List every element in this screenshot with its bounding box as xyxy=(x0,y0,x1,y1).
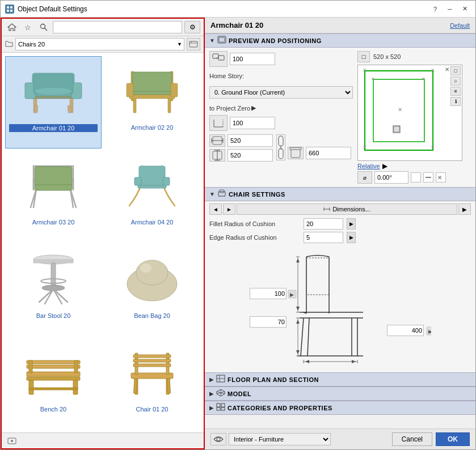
grid-item-beanbag[interactable]: Bean Bag 20 xyxy=(104,244,200,336)
default-button[interactable]: Default xyxy=(450,22,470,29)
angle-tool[interactable]: ⌀ xyxy=(357,171,372,184)
grid-item-label-bench: Bench 20 xyxy=(40,406,66,413)
category-bottom-select[interactable]: Interior - Furniture xyxy=(229,433,331,445)
svg-rect-59 xyxy=(27,372,80,376)
window-title: Object Default Settings xyxy=(18,5,87,13)
chair-expand[interactable]: ▶ xyxy=(458,203,471,215)
minimize-button[interactable]: ─ xyxy=(444,3,456,15)
check-box-1[interactable] xyxy=(411,172,421,182)
svg-rect-128 xyxy=(306,258,329,295)
svg-rect-110 xyxy=(394,126,399,132)
window-icon xyxy=(5,5,14,14)
svg-rect-70 xyxy=(133,377,137,393)
star-button[interactable]: ☆ xyxy=(21,21,35,33)
eye-button[interactable] xyxy=(210,433,226,445)
grid-item-armchair01[interactable]: Armchair 01 20 xyxy=(5,56,102,148)
svg-point-163 xyxy=(217,438,220,441)
svg-text:✕: ✕ xyxy=(437,175,442,181)
preview-value2-input[interactable] xyxy=(230,117,275,129)
preview-icon1 xyxy=(209,51,228,67)
grid-item-barstool[interactable]: Bar Stool 20 xyxy=(5,244,102,336)
to-project-btn[interactable]: to Project Zero ▶ xyxy=(209,104,353,112)
grid-item-chair01[interactable]: Chair 01 20 xyxy=(104,338,200,429)
to-project-label: to Project Zero xyxy=(209,105,250,112)
category-select[interactable]: Chairs 20 xyxy=(15,38,184,50)
grid-item-armchair04[interactable]: Armchair 04 20 xyxy=(104,151,200,242)
section-categories-header[interactable]: ▶ CATEGORIES AND PROPERTIES xyxy=(205,401,475,415)
fillet-arrow[interactable]: ▶ xyxy=(347,218,356,230)
add-button[interactable] xyxy=(5,435,19,447)
svg-marker-149 xyxy=(296,350,300,354)
preview-tool-3[interactable]: ≡ xyxy=(450,87,461,96)
chair-diagram: ▶ ▶ xyxy=(209,245,471,370)
svg-rect-60 xyxy=(27,377,80,380)
dimensions-button[interactable]: Dimensions... xyxy=(237,203,457,215)
svg-line-117 xyxy=(219,196,220,197)
section-floor-plan-header[interactable]: ▶ FLOOR PLAN AND SECTION xyxy=(205,372,475,387)
grid-item-armchair02[interactable]: Armchair 02 20 xyxy=(104,56,200,148)
svg-rect-48 xyxy=(33,260,73,263)
grid-item-label-chair01: Chair 01 20 xyxy=(136,406,169,413)
chair-nav-next[interactable]: ► xyxy=(223,203,235,215)
fillet-input[interactable] xyxy=(304,218,343,230)
section-preview-header[interactable]: ▼ PREVIEW AND POSITIONING xyxy=(205,33,475,48)
section-preview-arrow: ▼ xyxy=(209,37,215,44)
check-box-3[interactable]: ✕ xyxy=(436,172,446,182)
left-panel: ☆ ⚙ Chairs xyxy=(1,18,205,449)
preview-tool-square[interactable]: □ xyxy=(357,51,370,62)
grid-item-image-armchair02 xyxy=(118,60,186,122)
preview-value1-input[interactable] xyxy=(230,53,275,65)
svg-marker-4 xyxy=(8,24,16,31)
grid-item-image-beanbag xyxy=(118,248,186,311)
width-input[interactable] xyxy=(228,134,273,147)
left-toolbar: ☆ ⚙ xyxy=(2,19,204,36)
grid-item-image-barstool xyxy=(19,248,87,311)
settings-button[interactable]: ⚙ xyxy=(184,21,200,33)
cancel-button[interactable]: Cancel xyxy=(392,432,432,446)
relative-label[interactable]: Relative xyxy=(357,163,380,169)
svg-text:✕: ✕ xyxy=(431,145,435,150)
height-input[interactable] xyxy=(306,147,351,159)
depth-input[interactable] xyxy=(228,149,273,162)
angle-input[interactable] xyxy=(374,171,408,184)
svg-rect-28 xyxy=(127,83,133,97)
check-box-2[interactable] xyxy=(423,172,433,182)
main-content: ☆ ⚙ Chairs xyxy=(1,18,475,449)
grid-item-image-chair01 xyxy=(118,342,186,404)
section-chair-header[interactable]: ▼ CHAIR SETTINGS xyxy=(205,187,475,201)
svg-rect-13 xyxy=(34,105,38,113)
svg-text:✕: ✕ xyxy=(363,67,367,73)
grid-item-armchair03[interactable]: Armchair 03 20 xyxy=(5,151,102,242)
folder-button[interactable] xyxy=(187,38,200,50)
preview-tool-1[interactable]: □ xyxy=(450,66,461,75)
grid-item-image-armchair03 xyxy=(19,155,87,217)
preview-tool-4[interactable]: ℹ xyxy=(450,97,461,106)
chair-nav-prev[interactable]: ◄ xyxy=(209,203,222,215)
section-model-title: MODEL xyxy=(228,390,251,397)
home-story-row: Home Story: xyxy=(209,73,353,79)
edge-row: Edge Radius of Cushion ▶ xyxy=(209,232,471,243)
preview-input-row2 xyxy=(209,115,353,131)
svg-rect-101 xyxy=(290,147,301,150)
home-story-select[interactable]: 0. Ground Floor (Current) xyxy=(209,86,353,99)
chair-settings-content: ◄ ► Dimensions... ▶ Fillet Radius of xyxy=(205,201,475,372)
preview-tool-2[interactable]: ○ xyxy=(450,77,461,86)
close-button[interactable]: ✕ xyxy=(458,3,471,15)
left-bottom-bar xyxy=(2,432,204,448)
grid-item-bench[interactable]: Bench 20 xyxy=(5,338,102,429)
search-input[interactable] xyxy=(53,21,182,33)
home-button[interactable] xyxy=(5,21,19,33)
width-icon xyxy=(209,134,225,147)
svg-rect-98 xyxy=(279,148,283,159)
section-model-header[interactable]: ▶ MODEL xyxy=(205,387,475,401)
search-button[interactable] xyxy=(37,21,50,33)
edge-arrow[interactable]: ▶ xyxy=(347,232,356,243)
svg-rect-82 xyxy=(219,37,225,42)
section-floor-title: FLOOR PLAN AND SECTION xyxy=(228,376,319,383)
help-button[interactable]: ? xyxy=(429,3,441,15)
edge-input[interactable] xyxy=(304,232,343,243)
svg-rect-46 xyxy=(163,177,170,185)
svg-rect-71 xyxy=(167,377,170,393)
ok-button[interactable]: OK xyxy=(436,432,470,446)
svg-marker-148 xyxy=(296,320,300,324)
